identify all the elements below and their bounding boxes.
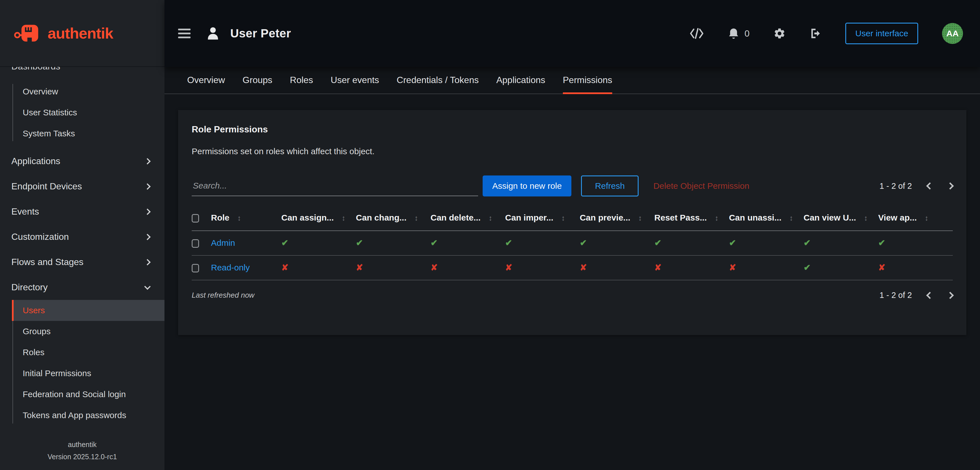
table-header-row: Role↕Can assign...↕Can chang...↕Can dele… [192,205,953,231]
sort-icon[interactable]: ↕ [638,214,642,222]
column-header-can-imper[interactable]: Can imper...↕ [505,205,580,231]
permission-cell: ✔ [281,231,356,256]
column-header-can-assign[interactable]: Can assign...↕ [281,205,356,231]
brand-logo[interactable]: authentik [0,0,164,67]
refresh-button[interactable]: Refresh [581,175,639,197]
permission-granted-icon: ✔ [803,238,811,248]
column-header-can-chang[interactable]: Can chang...↕ [356,205,430,231]
sort-icon[interactable]: ↕ [715,214,719,222]
column-header-label: Reset Pass... [654,213,707,222]
column-header-label: Can unassi... [729,213,781,222]
permission-cell: ✔ [505,231,580,256]
sidebar-item-system-tasks[interactable]: System Tasks [0,123,164,144]
pagination-top: 1 - 2 of 2 [880,181,953,191]
sidebar-item-user-statistics[interactable]: User Statistics [0,102,164,123]
sidebar-section-events[interactable]: Events [0,199,164,224]
notification-count: 0 [745,29,749,39]
permission-denied-icon: ✘ [356,263,363,272]
pagination-next-button[interactable] [948,293,953,298]
avatar[interactable]: AA [942,23,963,44]
user-icon [205,26,221,41]
tab-groups[interactable]: Groups [242,67,272,94]
role-link[interactable]: Admin [211,238,235,248]
api-code-button[interactable] [689,28,704,39]
pagination-prev-button[interactable] [927,293,932,298]
assign-to-new-role-button[interactable]: Assign to new role [483,175,571,197]
delete-object-permission-button[interactable]: Delete Object Permission [653,181,749,191]
permission-cell: ✘ [654,256,729,280]
chevron-left-icon [926,292,933,299]
sidebar-section-label: Endpoint Devices [11,181,82,192]
column-header-can-view-u[interactable]: Can view U...↕ [803,205,878,231]
chevron-right-icon [144,233,151,240]
user-interface-button[interactable]: User interface [845,23,918,44]
sidebar-dashboards-group: OverviewUser StatisticsSystem Tasks [0,81,164,144]
sort-icon[interactable]: ↕ [488,214,492,222]
sidebar-item-overview[interactable]: Overview [0,81,164,102]
tab-credentials-tokens[interactable]: Credentials / Tokens [397,67,479,94]
tab-permissions[interactable]: Permissions [563,67,612,94]
sidebar-section-dashboards: Dashboards [0,67,164,74]
sidebar-item-federation-and-social-login[interactable]: Federation and Social login [12,384,164,405]
sort-icon[interactable]: ↕ [237,214,241,222]
select-all-checkbox[interactable] [192,214,199,222]
tab-applications[interactable]: Applications [496,67,545,94]
sidebar-item-roles[interactable]: Roles [12,342,164,363]
sidebar-item-tokens-and-app-passwords[interactable]: Tokens and App passwords [12,405,164,426]
column-header-role[interactable]: Role↕ [211,205,281,231]
sidebar-app-name: authentik [0,438,164,451]
sort-icon[interactable]: ↕ [789,214,793,222]
sort-icon[interactable]: ↕ [925,214,928,222]
sort-icon[interactable]: ↕ [342,214,345,222]
column-header-can-previe[interactable]: Can previe...↕ [580,205,654,231]
chevron-right-icon [144,183,151,190]
role-permissions-table: Role↕Can assign...↕Can chang...↕Can dele… [192,205,953,280]
panel-title: Role Permissions [192,124,953,135]
sidebar-section-flows-and-stages[interactable]: Flows and Stages [0,249,164,275]
sidebar-version: Version 2025.12.0-rc1 [0,451,164,463]
column-header-can-delete[interactable]: Can delete...↕ [430,205,505,231]
sort-icon[interactable]: ↕ [561,214,565,222]
tab-user-events[interactable]: User events [331,67,379,94]
tab-overview[interactable]: Overview [187,67,225,94]
pagination-next-button[interactable] [948,183,953,189]
row-checkbox[interactable] [192,239,199,248]
sidebar-item-initial-permissions[interactable]: Initial Permissions [12,363,164,384]
permission-denied-icon: ✘ [580,263,587,272]
sidebar-section-applications[interactable]: Applications [0,149,164,174]
sidebar-section-directory[interactable]: Directory [0,275,164,300]
row-checkbox[interactable] [192,264,199,272]
role-link[interactable]: Read-only [211,263,250,272]
search-input[interactable] [192,176,478,196]
permission-cell: ✔ [356,231,430,256]
permission-granted-icon: ✔ [580,238,587,248]
gear-icon [773,27,786,40]
table-toolbar: Assign to new role Refresh Delete Object… [192,175,953,197]
settings-button[interactable] [773,27,786,40]
sidebar-section-endpoint-devices[interactable]: Endpoint Devices [0,174,164,199]
column-header-label: Can previe... [580,213,630,222]
permission-denied-icon: ✘ [878,263,885,272]
column-header-view-ap[interactable]: View ap...↕ [878,205,953,231]
permission-denied-icon: ✘ [505,263,512,272]
table-header-checkbox-cell [192,205,211,231]
hamburger-icon[interactable] [178,29,191,38]
sidebar-item-users[interactable]: Users [12,300,164,321]
sign-out-button[interactable] [810,27,821,40]
sidebar-section-customization[interactable]: Customization [0,224,164,249]
sidebar-section-label: Events [11,206,39,217]
pagination-bottom: 1 - 2 of 2 [880,291,953,300]
sort-icon[interactable]: ↕ [414,214,418,222]
permission-cell: ✘ [729,256,803,280]
pagination-prev-button[interactable] [927,183,932,189]
notifications-button[interactable]: 0 [728,27,749,40]
sort-icon[interactable]: ↕ [864,214,868,222]
permission-granted-icon: ✔ [878,238,885,248]
sidebar-item-groups[interactable]: Groups [12,321,164,342]
page-title: User Peter [230,27,291,40]
column-header-reset-pass[interactable]: Reset Pass...↕ [654,205,729,231]
permission-granted-icon: ✔ [430,238,438,248]
column-header-can-unassi[interactable]: Can unassi...↕ [729,205,803,231]
sidebar: Dashboards OverviewUser StatisticsSystem… [0,67,164,470]
tab-roles[interactable]: Roles [290,67,313,94]
